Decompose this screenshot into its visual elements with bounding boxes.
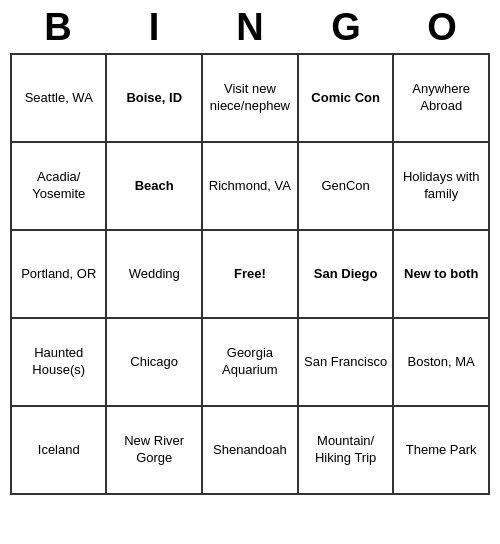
cell-1-1: Beach: [106, 142, 201, 230]
bingo-title: B I N G O: [10, 0, 490, 53]
cell-0-2: Visit new niece/nephew: [202, 54, 298, 142]
cell-3-4: Boston, MA: [393, 318, 489, 406]
cell-4-1: New River Gorge: [106, 406, 201, 494]
bingo-grid: Seattle, WABoise, IDVisit new niece/neph…: [10, 53, 490, 495]
letter-o: O: [399, 6, 485, 49]
cell-1-4: Holidays with family: [393, 142, 489, 230]
letter-n: N: [207, 6, 293, 49]
cell-1-3: GenCon: [298, 142, 394, 230]
cell-3-3: San Francisco: [298, 318, 394, 406]
cell-4-3: Mountain/ Hiking Trip: [298, 406, 394, 494]
cell-3-0: Haunted House(s): [11, 318, 106, 406]
cell-2-1: Wedding: [106, 230, 201, 318]
cell-4-2: Shenandoah: [202, 406, 298, 494]
cell-2-4: New to both: [393, 230, 489, 318]
cell-0-0: Seattle, WA: [11, 54, 106, 142]
cell-0-4: Anywhere Abroad: [393, 54, 489, 142]
cell-0-3: Comic Con: [298, 54, 394, 142]
letter-b: B: [15, 6, 101, 49]
cell-3-2: Georgia Aquarium: [202, 318, 298, 406]
cell-1-2: Richmond, VA: [202, 142, 298, 230]
cell-2-3: San Diego: [298, 230, 394, 318]
cell-4-4: Theme Park: [393, 406, 489, 494]
cell-1-0: Acadia/ Yosemite: [11, 142, 106, 230]
cell-0-1: Boise, ID: [106, 54, 201, 142]
cell-3-1: Chicago: [106, 318, 201, 406]
cell-4-0: Iceland: [11, 406, 106, 494]
letter-i: I: [111, 6, 197, 49]
cell-2-0: Portland, OR: [11, 230, 106, 318]
cell-2-2: Free!: [202, 230, 298, 318]
letter-g: G: [303, 6, 389, 49]
